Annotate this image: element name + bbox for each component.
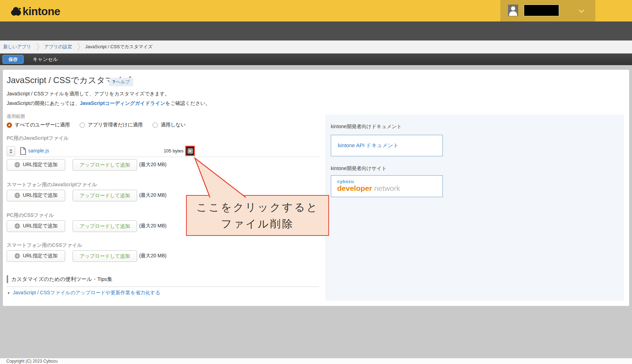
globe-icon [14, 193, 20, 198]
kintone-logo-icon [11, 7, 21, 17]
max-size-label: (最大20 MB) [139, 253, 167, 259]
user-avatar [508, 5, 518, 16]
callout-tail [191, 156, 250, 198]
add-by-upload-button[interactable]: アップロードして追加 [73, 250, 137, 262]
bullet-icon: • [8, 290, 10, 296]
api-doc-box[interactable]: kintone API ドキュメント [331, 135, 443, 156]
add-buttons-sp-js: URL指定で追加 アップロードして追加 (最大20 MB) [7, 189, 167, 201]
breadcrumb-separator-icon [77, 42, 81, 52]
section-title-sp-js: スマートフォン用のJavaScriptファイル [7, 182, 97, 188]
breadcrumb-current: JavaScript / CSSでカスタマイズ [85, 44, 153, 50]
main-navbar: ★ ⚙ ? [0, 21, 632, 40]
cybozu-logo-text: cybozu [337, 179, 354, 184]
api-doc-link[interactable]: kintone API ドキュメント [338, 142, 398, 149]
intro-text-line1: JavaScript / CSSファイルを適用して、アプリをカスタマイズできます… [7, 91, 170, 97]
user-menu[interactable] [500, 0, 595, 21]
delete-file-highlight: ✕ [185, 146, 195, 156]
scope-radio-group: すべてのユーザーに適用 アプリ管理者だけに適用 適用しない [7, 122, 192, 128]
scope-label: 適用範囲 [7, 113, 25, 120]
max-size-label: (最大20 MB) [139, 192, 167, 199]
add-by-upload-button[interactable]: アップロードして追加 [73, 190, 137, 201]
radio-selected-icon[interactable] [7, 123, 12, 128]
tips-link[interactable]: JavaScript / CSSファイルのアップロードや更新作業を省力化する [13, 290, 160, 296]
max-size-label: (最大20 MB) [139, 223, 167, 229]
breadcrumb-separator-icon [36, 42, 40, 52]
delete-file-button[interactable]: ✕ [187, 148, 193, 154]
section-title-sp-css: スマートフォン用のCSSファイル [7, 242, 82, 249]
file-icon [20, 147, 26, 155]
file-row: sample.js 105 bytes ✕ [7, 146, 319, 157]
action-toolbar: 保存 キャンセル [0, 54, 632, 65]
developer-network-box[interactable]: cybozu developernetwork [331, 175, 443, 197]
coding-guideline-link[interactable]: JavaScriptコーディングガイドライン [80, 100, 165, 106]
developer-side-panel: kintone開発者向けドキュメント kintone API ドキュメント ki… [325, 114, 624, 301]
section-title-pc-js: PC用のJavaScriptファイル [7, 135, 69, 142]
heading-bar [7, 275, 8, 283]
radio-do-not-apply[interactable]: 適用しない [153, 122, 186, 128]
settings-panel: JavaScript / CSSでカスタマイズ ?ヘルプ JavaScript … [2, 69, 630, 306]
add-buttons-sp-css: URL指定で追加 アップロードして追加 (最大20 MB) [7, 250, 167, 262]
max-size-label: (最大20 MB) [139, 162, 167, 168]
person-icon [508, 5, 518, 16]
tips-heading: カスタマイズのための便利ツール・Tips集 [7, 275, 319, 287]
add-by-upload-button[interactable]: アップロードして追加 [73, 220, 137, 232]
annotation-callout: ここをクリックすると ファイル削除 [186, 195, 329, 236]
doc-section-label: kintone開発者向けドキュメント [331, 124, 402, 130]
breadcrumb-app-settings[interactable]: アプリの設定 [44, 44, 72, 50]
file-size: 105 bytes [162, 148, 184, 153]
add-buttons-pc-css: URL指定で追加 アップロードして追加 (最大20 MB) [7, 220, 167, 232]
site-section-label: kintone開発者向けサイト [331, 165, 386, 172]
help-question-icon: ? [112, 79, 115, 84]
radio-unselected-icon[interactable] [80, 123, 85, 128]
logo-text: kintone [23, 5, 60, 18]
file-name-link[interactable]: sample.js [28, 148, 49, 153]
tips-list-item: • JavaScript / CSSファイルのアップロードや更新作業を省力化する [8, 290, 160, 296]
section-title-pc-css: PC用のCSSファイル [7, 212, 54, 219]
footer: Copyright (C) 2023 Cybozu [0, 358, 632, 364]
user-name-redacted [524, 5, 559, 16]
app-header: kintone [0, 0, 632, 21]
radio-unselected-icon[interactable] [153, 123, 158, 128]
help-link[interactable]: ?ヘルプ [109, 78, 133, 86]
breadcrumb: 新しいアプリ アプリの設定 JavaScript / CSSでカスタマイズ [0, 40, 632, 54]
intro-text-line2: JavaScriptの開発にあたっては、JavaScriptコーディングガイドラ… [7, 100, 210, 107]
add-by-url-button[interactable]: URL指定で追加 [7, 159, 65, 171]
breadcrumb-new-app[interactable]: 新しいアプリ [3, 44, 31, 50]
radio-all-users[interactable]: すべてのユーザーに適用 [7, 122, 70, 128]
add-by-url-button[interactable]: URL指定で追加 [7, 190, 65, 201]
reorder-handle[interactable] [7, 146, 15, 156]
cancel-button[interactable]: キャンセル [33, 54, 58, 65]
kintone-logo[interactable]: kintone [11, 5, 60, 18]
annotation-text-line1: ここをクリックすると [196, 199, 318, 215]
add-by-url-button[interactable]: URL指定で追加 [7, 220, 65, 232]
divider [7, 157, 319, 157]
globe-icon [14, 162, 20, 168]
add-by-upload-button[interactable]: アップロードして追加 [73, 159, 137, 171]
save-button[interactable]: 保存 [2, 55, 24, 64]
annotation-text-line2: ファイル削除 [221, 215, 294, 232]
globe-icon [14, 253, 20, 259]
chevron-down-icon[interactable] [579, 7, 584, 13]
copyright-text: Copyright (C) 2023 Cybozu [6, 359, 57, 364]
radio-admin-only[interactable]: アプリ管理者だけに適用 [80, 122, 143, 128]
developer-network-logo: developernetwork [337, 184, 400, 193]
globe-icon [14, 223, 20, 229]
add-by-url-button[interactable]: URL指定で追加 [7, 250, 65, 262]
add-buttons-pc-js: URL指定で追加 アップロードして追加 (最大20 MB) [7, 159, 167, 171]
